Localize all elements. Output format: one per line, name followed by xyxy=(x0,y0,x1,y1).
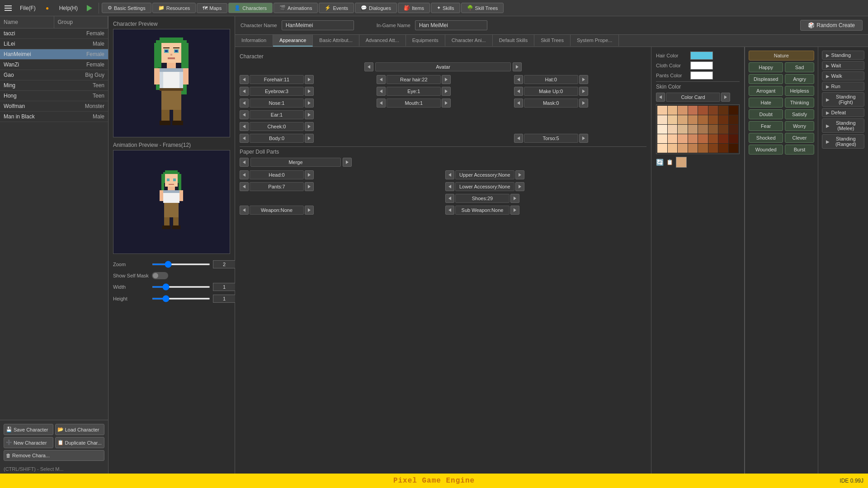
skin-color-cell[interactable] xyxy=(678,115,688,124)
tab-skill-trees-char[interactable]: Skill Trees xyxy=(534,35,571,47)
rearhair-prev[interactable] xyxy=(377,75,386,84)
cloth-color-swatch[interactable] xyxy=(690,61,713,70)
skin-color-cell[interactable] xyxy=(678,106,688,115)
lower-acc-next[interactable] xyxy=(515,182,524,191)
emotion-happy-button[interactable]: Happy xyxy=(749,62,783,72)
duplicate-character-button[interactable]: 📋Duplicate Char... xyxy=(55,437,105,448)
upper-acc-next[interactable] xyxy=(515,170,524,179)
makeup-prev[interactable] xyxy=(514,87,523,96)
torso-prev[interactable] xyxy=(514,134,523,143)
pants-next[interactable] xyxy=(305,182,314,191)
rearhair-next[interactable] xyxy=(442,75,451,84)
emotion-fear-button[interactable]: Fear xyxy=(749,121,783,131)
tab-appearance[interactable]: Appearance xyxy=(273,35,313,47)
ear-next[interactable] xyxy=(305,110,314,119)
skin-color-cell[interactable] xyxy=(688,125,698,134)
shoes-next[interactable] xyxy=(510,194,519,203)
hat-next[interactable] xyxy=(579,75,588,84)
save-character-button[interactable]: 💾Save Character xyxy=(4,424,53,435)
makeup-next[interactable] xyxy=(579,87,588,96)
merge-prev[interactable] xyxy=(240,158,249,167)
tab-basic-settings[interactable]: ⚙Basic Settings xyxy=(102,3,151,13)
tab-items[interactable]: 🎒Items xyxy=(398,3,430,13)
play-icon[interactable] xyxy=(83,2,96,14)
width-input[interactable]: 1 xyxy=(213,283,236,291)
eyebrow-next[interactable] xyxy=(305,87,314,96)
upper-acc-prev[interactable] xyxy=(445,170,454,179)
tab-skills[interactable]: ✦Skills xyxy=(431,3,460,13)
mouth-prev[interactable] xyxy=(377,99,386,108)
character-row-hong[interactable]: Hong Teen xyxy=(0,91,108,101)
in-game-name-input[interactable] xyxy=(415,20,487,30)
character-row-wanzi[interactable]: WanZi Female xyxy=(0,60,108,70)
avatar-prev-button[interactable] xyxy=(364,62,373,71)
shoes-prev[interactable] xyxy=(445,194,454,203)
height-input[interactable]: 1 xyxy=(213,295,236,303)
tab-animations[interactable]: 🎬Animations xyxy=(274,3,318,13)
tab-information[interactable]: Information xyxy=(235,35,273,47)
character-row-hanmeimei[interactable]: HanMeimei Female xyxy=(0,49,108,60)
tab-events[interactable]: ⚡Events xyxy=(319,3,354,13)
hat-prev[interactable] xyxy=(514,75,523,84)
emotion-burst-button[interactable]: Burst xyxy=(785,145,814,155)
skin-color-cell[interactable] xyxy=(729,144,739,153)
weapon-next[interactable] xyxy=(305,206,314,215)
anim-defeat-button[interactable]: ▶ Defeat xyxy=(822,108,864,117)
new-character-button[interactable]: ➕New Character xyxy=(4,437,53,448)
skin-color-cell[interactable] xyxy=(668,144,678,153)
skin-color-cell[interactable] xyxy=(688,106,698,115)
forehair-prev[interactable] xyxy=(240,75,249,84)
skin-color-cell[interactable] xyxy=(657,144,667,153)
lower-acc-prev[interactable] xyxy=(445,182,454,191)
skin-color-cell[interactable] xyxy=(657,115,667,124)
skin-color-cell[interactable] xyxy=(698,115,708,124)
skin-color-cell[interactable] xyxy=(678,134,688,143)
refresh-icon[interactable]: 🔄 xyxy=(656,159,664,166)
anim-run-button[interactable]: ▶ Run xyxy=(822,82,864,91)
selected-skin-color[interactable] xyxy=(676,157,687,168)
skin-color-cell[interactable] xyxy=(668,106,678,115)
tab-character-animations[interactable]: Character Ani... xyxy=(445,35,493,47)
tab-maps[interactable]: 🗺Maps xyxy=(197,3,227,13)
skin-color-cell[interactable] xyxy=(718,134,728,143)
tab-equipments[interactable]: Equipments xyxy=(406,35,445,47)
skin-color-cell[interactable] xyxy=(698,134,708,143)
pants-prev[interactable] xyxy=(240,182,249,191)
nose-next[interactable] xyxy=(305,99,314,108)
anim-wait-button[interactable]: ▶ Wait xyxy=(822,61,864,70)
hair-color-swatch[interactable] xyxy=(690,52,713,60)
skin-color-cell[interactable] xyxy=(688,115,698,124)
emotion-angry-button[interactable]: Angry xyxy=(785,74,814,84)
skin-color-cell[interactable] xyxy=(678,125,688,134)
tab-resources[interactable]: 📁Resources xyxy=(152,3,196,13)
character-name-input[interactable] xyxy=(282,20,354,30)
avatar-next-button[interactable] xyxy=(513,62,522,71)
cheek-next[interactable] xyxy=(305,122,314,131)
pants-color-swatch[interactable] xyxy=(690,71,713,80)
skin-color-cell[interactable] xyxy=(708,106,718,115)
head-prev[interactable] xyxy=(240,170,249,179)
character-row-lilei[interactable]: LiLei Male xyxy=(0,39,108,49)
tab-advanced-attributes[interactable]: Advanced Att... xyxy=(359,35,406,47)
body-next[interactable] xyxy=(305,134,314,143)
torso-next[interactable] xyxy=(579,134,588,143)
skin-color-cell[interactable] xyxy=(688,144,698,153)
character-row-ming[interactable]: Ming Teen xyxy=(0,80,108,91)
emotion-nature-button[interactable]: Nature xyxy=(749,51,814,61)
skin-color-cell[interactable] xyxy=(729,115,739,124)
cheek-prev[interactable] xyxy=(240,122,249,131)
skin-color-cell[interactable] xyxy=(729,106,739,115)
skin-color-cell[interactable] xyxy=(718,144,728,153)
skin-color-cell[interactable] xyxy=(668,125,678,134)
anim-walk-button[interactable]: ▶ Walk xyxy=(822,71,864,80)
skin-color-cell[interactable] xyxy=(657,125,667,134)
tab-characters[interactable]: 👤Characters xyxy=(228,3,273,13)
mask-prev[interactable] xyxy=(514,99,523,108)
emotion-doubt-button[interactable]: Doubt xyxy=(749,109,783,119)
anim-standing-ranged-button[interactable]: ▶ Standing (Ranged) xyxy=(822,134,864,149)
emotion-clever-button[interactable]: Clever xyxy=(785,133,814,143)
character-row-taozi[interactable]: taozi Female xyxy=(0,28,108,39)
tab-skill-trees[interactable]: 🌳Skill Trees xyxy=(461,3,504,13)
copy-icon[interactable]: 📋 xyxy=(666,159,673,165)
show-self-mask-toggle[interactable] xyxy=(152,272,168,279)
